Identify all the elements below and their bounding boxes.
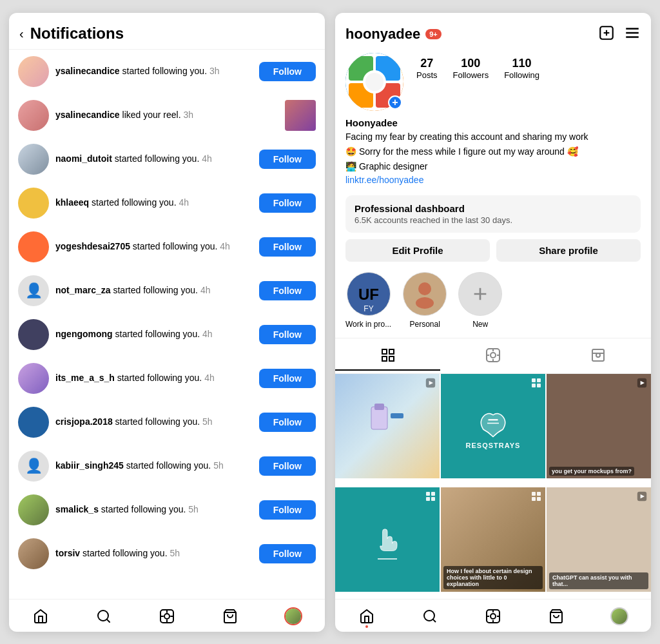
svg-rect-30 xyxy=(389,349,394,354)
svg-rect-61 xyxy=(537,492,541,496)
rnav-reels-icon[interactable] xyxy=(484,607,502,625)
svg-rect-56 xyxy=(426,492,430,496)
stat-number: 27 xyxy=(420,57,433,70)
follow-button[interactable]: Follow xyxy=(259,369,316,388)
photo-grid-cell[interactable]: How I feel about certain design choices … xyxy=(441,487,545,592)
notification-text: torsiv started following you. 5h xyxy=(55,547,253,560)
notification-text: yogeshdesai2705 started following you. 4… xyxy=(55,240,253,253)
svg-point-66 xyxy=(424,610,434,621)
stat-item: 110Following xyxy=(504,57,539,80)
highlight-label: New xyxy=(472,320,488,329)
rnav-home-icon[interactable] xyxy=(358,607,376,625)
add-post-icon[interactable] xyxy=(598,24,615,44)
notification-item: 👤not_marc_za started following you. 4hFo… xyxy=(9,269,325,313)
notification-avatar xyxy=(18,538,49,569)
highlight-circle xyxy=(458,272,502,316)
follow-button[interactable]: Follow xyxy=(259,193,316,213)
photo-grid-cell[interactable]: RESQSTRAYS xyxy=(441,374,545,478)
tab-tagged[interactable] xyxy=(546,341,651,371)
notifications-header: ‹ Notifications xyxy=(9,13,325,50)
follow-button[interactable]: Follow xyxy=(259,150,316,169)
svg-rect-52 xyxy=(537,384,541,387)
nav-home-icon[interactable] xyxy=(32,607,50,625)
notification-avatar xyxy=(18,231,49,262)
highlight-label: Work in pro... xyxy=(345,320,391,329)
notification-text: its_me_a_s_h started following you. 4h xyxy=(55,372,253,385)
notification-avatar xyxy=(18,363,49,394)
right-bottom-nav xyxy=(335,599,651,632)
notifications-title: Notifications xyxy=(30,24,124,43)
svg-rect-39 xyxy=(592,349,604,361)
svg-line-67 xyxy=(433,620,436,622)
nav-search-icon[interactable] xyxy=(95,607,113,625)
bio-link[interactable]: linktr.ee/hoonyadee xyxy=(345,175,641,185)
profile-bio: Hoonyadee Facing my fear by creating thi… xyxy=(335,117,651,191)
profile-tabs xyxy=(335,338,651,374)
follow-button[interactable]: Follow xyxy=(259,237,316,257)
notification-thumbnail xyxy=(285,100,316,131)
photo-grid-cell[interactable]: ChatGPT can assist you with that... xyxy=(547,487,651,592)
svg-rect-49 xyxy=(532,378,536,382)
back-button[interactable]: ‹ xyxy=(19,26,24,41)
tab-grid[interactable] xyxy=(335,341,440,371)
svg-rect-60 xyxy=(532,492,536,496)
share-profile-button[interactable]: Share profile xyxy=(496,239,641,262)
svg-rect-58 xyxy=(426,497,430,501)
notification-item: naomi_dutoit started following you. 4hFo… xyxy=(9,137,325,181)
highlight-label: Personal xyxy=(409,320,440,329)
photo-grid-cell[interactable]: you get your mockups from? xyxy=(547,374,651,478)
reel-icon xyxy=(637,378,647,390)
highlight-item[interactable]: UFFYWork in pro... xyxy=(345,272,391,329)
profile-actions: Edit Profile Share profile xyxy=(335,239,651,269)
notification-avatar xyxy=(18,144,49,175)
highlight-item[interactable]: New xyxy=(458,272,502,329)
photo-grid-cell[interactable] xyxy=(335,374,440,478)
tab-reels[interactable] xyxy=(440,341,545,371)
notification-text: not_marc_za started following you. 4h xyxy=(55,284,253,297)
professional-dashboard[interactable]: Professional dashboard 6.5K accounts rea… xyxy=(345,195,641,233)
grid-icon xyxy=(425,491,436,503)
bio-line2: 🤩 Sorry for the mess while I figure out … xyxy=(345,145,641,159)
notification-text: ysalinecandice started following you. 3h xyxy=(55,65,253,78)
notification-text: kabiir_singh245 started following you. 5… xyxy=(55,460,253,473)
stat-label: Following xyxy=(504,70,539,80)
notification-text: ysalinecandice liked your reel. 3h xyxy=(55,109,278,122)
notification-avatar xyxy=(18,56,49,87)
stat-item: 27Posts xyxy=(416,57,438,80)
rnav-shop-icon[interactable] xyxy=(547,607,565,625)
stat-label: Posts xyxy=(416,70,438,80)
notification-item: its_me_a_s_h started following you. 4hFo… xyxy=(9,356,325,400)
notification-item: smalick_s started following you. 5hFollo… xyxy=(9,488,325,532)
reel-icon xyxy=(425,378,436,390)
pro-dash-subtitle: 6.5K accounts reached in the last 30 day… xyxy=(354,215,632,225)
follow-button[interactable]: Follow xyxy=(259,325,316,344)
left-bottom-nav xyxy=(9,599,325,632)
rnav-profile-avatar[interactable] xyxy=(610,607,628,625)
follow-button[interactable]: Follow xyxy=(259,413,316,432)
profile-username: hoonyadee xyxy=(345,26,420,43)
highlight-circle xyxy=(403,272,447,316)
reel-icon xyxy=(637,491,647,503)
notification-item: crisjopa.2018 started following you. 5hF… xyxy=(9,400,325,444)
nav-reels-icon[interactable] xyxy=(158,607,176,625)
follow-button[interactable]: Follow xyxy=(259,500,316,520)
nav-profile-avatar[interactable] xyxy=(284,607,302,625)
highlight-item[interactable]: Personal xyxy=(403,272,447,329)
notification-avatar xyxy=(18,407,49,438)
grid-icon xyxy=(531,378,541,390)
bio-name: Hoonyadee xyxy=(345,117,641,128)
menu-icon[interactable] xyxy=(624,24,641,44)
svg-rect-63 xyxy=(537,497,541,501)
edit-profile-button[interactable]: Edit Profile xyxy=(345,239,490,262)
follow-button[interactable]: Follow xyxy=(259,456,316,476)
nav-shop-icon[interactable] xyxy=(221,607,239,625)
photo-grid-cell[interactable] xyxy=(335,487,440,592)
profile-avatar-add-button[interactable]: + xyxy=(388,95,402,110)
follow-button[interactable]: Follow xyxy=(259,544,316,563)
follow-button[interactable]: Follow xyxy=(259,62,316,81)
notification-item: ysalinecandice started following you. 3h… xyxy=(9,50,325,93)
svg-point-25 xyxy=(418,282,431,295)
follow-button[interactable]: Follow xyxy=(259,281,316,300)
profile-stats: 27Posts100Followers110Following xyxy=(416,53,539,80)
rnav-search-icon[interactable] xyxy=(421,607,439,625)
